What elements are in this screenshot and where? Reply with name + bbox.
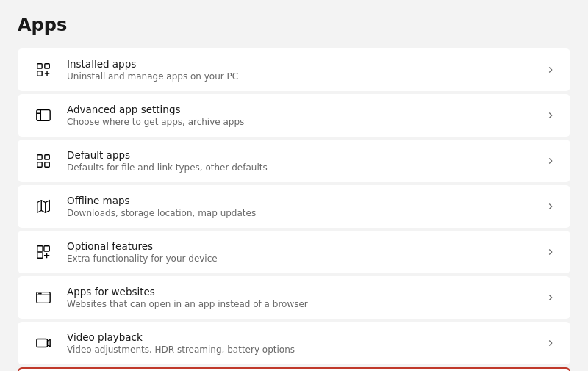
apps-websites-text: Apps for websites Websites that can open… bbox=[67, 286, 543, 309]
default-apps-item[interactable]: Default apps Defaults for file and link … bbox=[18, 140, 570, 182]
svg-rect-2 bbox=[37, 71, 42, 76]
offline-maps-subtitle: Downloads, storage location, map updates bbox=[67, 208, 543, 218]
apps-websites-icon bbox=[30, 284, 57, 311]
default-apps-subtitle: Defaults for file and link types, other … bbox=[67, 162, 543, 173]
advanced-app-settings-item[interactable]: Advanced app settings Choose where to ge… bbox=[18, 94, 570, 137]
video-playback-subtitle: Video adjustments, HDR streaming, batter… bbox=[67, 345, 543, 355]
video-playback-text: Video playback Video adjustments, HDR st… bbox=[67, 331, 543, 355]
default-apps-text: Default apps Defaults for file and link … bbox=[67, 149, 543, 173]
apps-settings-page: Apps Installed apps Uninstall and manage… bbox=[0, 0, 588, 371]
installed-apps-subtitle: Uninstall and manage apps on your PC bbox=[67, 71, 543, 82]
svg-rect-7 bbox=[45, 162, 49, 167]
installed-apps-icon bbox=[30, 57, 57, 83]
advanced-settings-icon bbox=[30, 102, 57, 129]
video-playback-chevron bbox=[543, 336, 558, 350]
optional-features-title: Optional features bbox=[67, 240, 543, 252]
offline-maps-text: Offline maps Downloads, storage location… bbox=[67, 195, 543, 218]
optional-features-chevron bbox=[543, 245, 558, 259]
installed-apps-item[interactable]: Installed apps Uninstall and manage apps… bbox=[18, 48, 570, 91]
apps-websites-chevron bbox=[543, 290, 558, 305]
optional-features-item[interactable]: Optional features Extra functionality fo… bbox=[18, 231, 570, 273]
svg-point-12 bbox=[38, 293, 40, 295]
default-apps-chevron bbox=[543, 154, 558, 168]
advanced-settings-subtitle: Choose where to get apps, archive apps bbox=[67, 117, 543, 127]
advanced-settings-text: Advanced app settings Choose where to ge… bbox=[67, 104, 543, 127]
apps-websites-title: Apps for websites bbox=[67, 286, 543, 298]
offline-maps-chevron bbox=[543, 199, 558, 214]
offline-maps-item[interactable]: Offline maps Downloads, storage location… bbox=[18, 185, 570, 228]
svg-rect-9 bbox=[44, 246, 49, 251]
advanced-settings-title: Advanced app settings bbox=[67, 104, 543, 115]
video-playback-title: Video playback bbox=[67, 331, 543, 343]
default-apps-title: Default apps bbox=[67, 149, 543, 161]
startup-item[interactable]: Startup Apps that start automatically wh… bbox=[18, 367, 570, 371]
svg-rect-6 bbox=[37, 162, 42, 167]
installed-apps-title: Installed apps bbox=[67, 58, 543, 70]
video-playback-icon bbox=[30, 330, 57, 356]
apps-for-websites-item[interactable]: Apps for websites Websites that can open… bbox=[18, 276, 570, 319]
offline-maps-icon bbox=[30, 193, 57, 220]
svg-rect-5 bbox=[45, 155, 49, 159]
installed-apps-text: Installed apps Uninstall and manage apps… bbox=[67, 58, 543, 82]
video-playback-item[interactable]: Video playback Video adjustments, HDR st… bbox=[18, 322, 570, 364]
offline-maps-title: Offline maps bbox=[67, 195, 543, 206]
svg-point-13 bbox=[40, 293, 42, 295]
default-apps-icon bbox=[30, 148, 57, 174]
installed-apps-chevron bbox=[543, 62, 558, 77]
page-title: Apps bbox=[18, 15, 570, 35]
settings-list: Installed apps Uninstall and manage apps… bbox=[18, 48, 570, 371]
optional-features-subtitle: Extra functionality for your device bbox=[67, 253, 543, 264]
svg-rect-0 bbox=[37, 64, 42, 68]
svg-rect-8 bbox=[37, 246, 43, 251]
svg-rect-14 bbox=[37, 339, 48, 347]
advanced-settings-chevron bbox=[543, 108, 558, 123]
svg-rect-3 bbox=[37, 110, 50, 121]
svg-rect-4 bbox=[37, 155, 42, 159]
optional-features-text: Optional features Extra functionality fo… bbox=[67, 240, 543, 264]
svg-rect-10 bbox=[37, 253, 43, 258]
svg-rect-1 bbox=[45, 64, 49, 68]
optional-features-icon bbox=[30, 239, 57, 265]
apps-websites-subtitle: Websites that can open in an app instead… bbox=[67, 299, 543, 309]
